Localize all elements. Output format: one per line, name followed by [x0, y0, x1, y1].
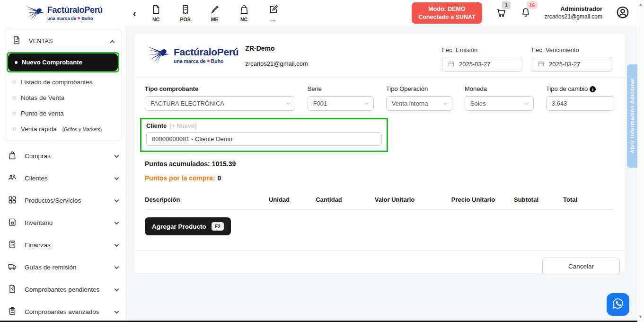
chevron-down-icon [115, 197, 119, 202]
edit-icon [268, 4, 279, 17]
user-role: Administrador [545, 5, 602, 13]
buho-dot-icon [78, 17, 80, 19]
sidebar-collapse-icon[interactable]: ‹ [133, 9, 136, 18]
notifications-button[interactable]: 16 [520, 7, 531, 20]
scrollbar[interactable]: ▲ ▼ [637, 0, 644, 322]
col-unidad: Unidad [257, 196, 301, 203]
whatsapp-button[interactable] [607, 293, 629, 316]
sidebar-item-compras[interactable]: Compras [0, 145, 126, 167]
sidebar-item-nuevo-comprobante[interactable]: Nuevo Comprobante [8, 54, 118, 71]
info-icon[interactable]: i [590, 86, 596, 92]
bell-icon [520, 11, 531, 19]
sidebar-item-ventas[interactable]: VENTAS [4, 29, 122, 52]
document-icon [151, 4, 161, 17]
sidebar-item-punto-venta[interactable]: Punto de venta [4, 106, 122, 121]
company-email: zrcarlos21@gmail.com [245, 60, 308, 67]
sidebar-item-comprobantes-avanzados[interactable]: Comprobantes avanzados [0, 301, 126, 322]
sidebar-item-venta-rapida[interactable]: Venta rápida (Grifos y Markets) [4, 121, 122, 137]
bullet-icon [13, 112, 16, 115]
scroll-down-icon[interactable]: ▼ [638, 314, 643, 319]
user-email: zrcarlos21@gmail.com [545, 13, 602, 21]
chevron-down-icon [115, 242, 119, 247]
user-avatar-button[interactable] [616, 5, 630, 21]
scroll-up-icon[interactable]: ▲ [638, 2, 643, 7]
tipo-operacion-select[interactable]: Venta interna [386, 96, 452, 111]
quick-toolbar: NC POS ME NC [148, 4, 282, 22]
grid-icon [8, 195, 17, 206]
cart-button[interactable]: 1 [495, 7, 507, 20]
serie-label: Serie [308, 85, 374, 92]
sidebar-item-finanzas[interactable]: Finanzas [0, 234, 126, 256]
col-total: Total [563, 196, 614, 203]
cliente-input[interactable]: 00000000001 - Cliente Demo [146, 132, 382, 146]
tipo-cambio-label: Tipo de cambioi [546, 85, 614, 92]
cancelar-button[interactable]: Cancelar [542, 258, 620, 275]
tutorial-highlight-box: Nuevo Comprobante [7, 52, 119, 72]
sidebar-item-guias-remision[interactable]: Guías de remisión [0, 256, 126, 278]
abrir-informacion-adicional-tab[interactable]: Abrir Información Adicional [627, 64, 637, 168]
notifications-count-badge: 16 [527, 1, 538, 9]
tipo-comprobante-select[interactable]: FACTURA ELECTRÓNICA [145, 96, 295, 111]
calendar-icon [538, 60, 545, 69]
hummingbird-logo-icon [145, 43, 171, 67]
main-content: FactúraloPerú una marca de Buho ZR-Demo … [127, 26, 637, 321]
serie-select[interactable]: F001 [308, 96, 374, 111]
items-table-header: Descripción Unidad Cantidad Valor Unitar… [145, 196, 614, 210]
sidebar-item-notas-venta[interactable]: Notas de Venta [4, 90, 122, 106]
hummingbird-logo-icon [24, 3, 45, 24]
moneda-label: Moneda [465, 85, 534, 92]
whatsapp-icon [611, 296, 625, 313]
demo-mode-badge: Modo: DEMO Conectado a SUNAT [412, 2, 482, 24]
buho-dot-icon [207, 60, 210, 62]
chevron-down-icon [115, 286, 119, 291]
chevron-down-icon [443, 101, 447, 105]
chevron-down-icon [115, 309, 119, 313]
chevron-down-icon [115, 175, 119, 180]
toolbar-pos[interactable]: POS [177, 4, 194, 22]
invoice-brand-logo: FactúraloPerú una marca de Buho [145, 43, 238, 67]
agregar-producto-button[interactable]: Agregar Producto F2 [145, 217, 231, 235]
cart-icon [495, 11, 507, 19]
shopping-bag-icon [8, 151, 17, 161]
vencimiento-date-input[interactable]: 2025-03-27 [532, 57, 612, 72]
brand-name: FactúraloPerú [174, 46, 238, 57]
sidebar-item-comprobantes-pendientes[interactable]: Comprobantes pendientes [0, 278, 126, 301]
app-logo[interactable]: FactúraloPerú una marca de Buho [0, 3, 126, 24]
chevron-up-icon [110, 40, 115, 45]
tipo-comprobante-label: Tipo comprobante [145, 85, 295, 92]
cart-count-badge: 1 [502, 1, 511, 9]
tipo-cambio-input[interactable]: 3.643 [546, 96, 614, 111]
toolbar-nc-document[interactable]: NC [148, 4, 165, 22]
toolbar-more[interactable]: ... [265, 4, 282, 22]
vencimiento-label: Fec. Vencimiento [532, 46, 612, 54]
sidebar-item-clientes[interactable]: Clientes [0, 167, 126, 189]
col-cantidad: Cantidad [301, 196, 357, 203]
people-icon [8, 173, 17, 184]
emision-date-input[interactable]: 2025-03-27 [442, 57, 522, 72]
warehouse-icon [8, 217, 17, 228]
cliente-nuevo-link[interactable]: [+ Nuevo] [169, 123, 196, 129]
tipo-operacion-label: Tipo Operación [386, 85, 452, 92]
toolbar-me[interactable]: ME [206, 4, 223, 22]
moneda-select[interactable]: Soles [465, 96, 534, 111]
chevron-down-icon [115, 264, 119, 269]
receipt-icon [180, 4, 191, 17]
calculator-icon [8, 240, 17, 250]
calendar-icon [448, 60, 455, 69]
chevron-down-icon [115, 220, 119, 224]
account-circle-icon [616, 13, 630, 21]
bullet-icon [13, 127, 16, 131]
toolbar-nc-bag[interactable]: NC [236, 4, 253, 22]
sidebar-item-inventario[interactable]: Inventario [0, 212, 126, 234]
col-valor-unitario: Valor Unitario [357, 196, 432, 203]
user-info: Administrador zrcarlos21@gmail.com [545, 5, 602, 20]
sidebar-item-productos-servicios[interactable]: Productos/Servicios [0, 189, 126, 212]
clipboard-icon [8, 306, 17, 317]
brand-tagline: una marca de Buho [47, 16, 103, 21]
top-bar: FactúraloPerú una marca de Buho ‹ NC [0, 0, 637, 26]
sidebar-group-ventas: VENTAS Nuevo Comprobante Listado de comp… [4, 29, 122, 141]
sidebar-item-listado-comprobantes[interactable]: Listado de comprobantes [4, 74, 122, 90]
bullet-icon [13, 80, 16, 84]
f2-shortcut-badge: F2 [212, 222, 224, 231]
sidebar-group-label: VENTAS [29, 38, 53, 45]
